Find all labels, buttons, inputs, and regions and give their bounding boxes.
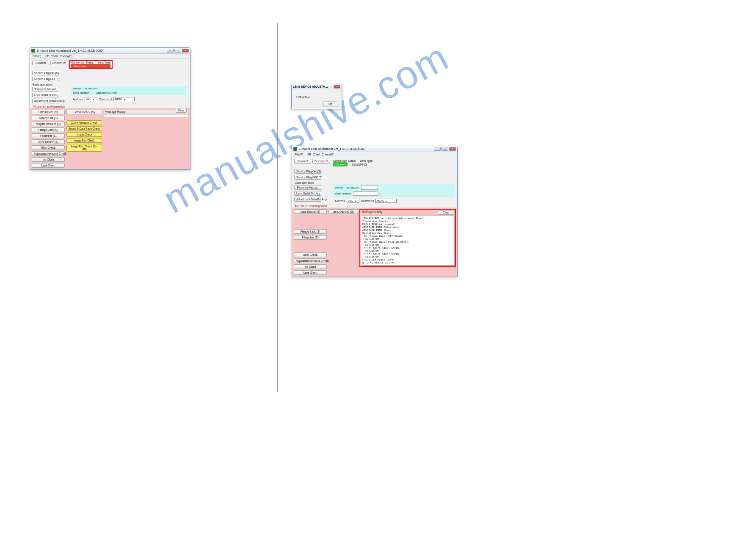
app-window-1: E-mount Lens Adjustment Ver_1.4.0.1 [ILC… (30, 47, 190, 170)
lens-type-value: SEL85F14G (352, 163, 367, 166)
address-label: Address (73, 98, 83, 101)
menubar: File(F) FB_Chart_Check(G) (30, 54, 190, 59)
titlebar: E-mount Lens Adjustment Ver_1.4.0.1 [ILC… (30, 48, 190, 54)
service-flag-off-button[interactable]: Service Flag OFF (S) (32, 77, 59, 81)
message-history-label: Message History (361, 210, 438, 214)
version-label: Version (335, 186, 343, 189)
f-number-button[interactable]: F Number (S) (294, 235, 327, 240)
lens-type-label: Lens Type (360, 159, 372, 162)
clear-button[interactable]: Clear (438, 210, 455, 215)
menu-file[interactable]: File(F) (33, 55, 41, 58)
dialog-body-text: FINISHED (296, 95, 310, 98)
app-window-2: E-mount Lens Adjustment Ver_1.4.0.1 [ILC… (292, 146, 458, 277)
clear-button[interactable]: Clear (176, 108, 187, 113)
ok-button[interactable]: OK (323, 102, 338, 106)
menu-chart[interactable]: FB_Chart_Check(G) (307, 153, 334, 156)
conn-status-label: Connection Status (71, 61, 94, 64)
connect-button[interactable]: Connect (294, 159, 311, 164)
adjustment-backup-button[interactable]: Adjustment Data Backup (32, 99, 59, 103)
app-icon (293, 147, 297, 151)
lens-device-button[interactable]: Lens Device (S) (294, 209, 327, 214)
version-label: Version (73, 87, 81, 90)
service-flag-on-button[interactable]: Service Flag ON (S) (294, 169, 321, 174)
menu-chart[interactable]: FB_Chart_Check(G) (45, 55, 72, 58)
lens-device-button[interactable]: Lens Device (S) (32, 110, 65, 114)
zeiss-number-label: Carl Zeiss Number (96, 91, 117, 94)
lens-type-label: Lens Type (98, 61, 110, 64)
service-flag-on-button[interactable]: Service Flag ON (S) (32, 71, 59, 75)
service-flag-off-button[interactable]: Service Flag OFF (S) (294, 175, 321, 180)
f-number-button[interactable]: F Number (S) (32, 133, 65, 138)
titlebar: E-mount Lens Adjustment Ver_1.4.0.1 [ILC… (292, 146, 457, 152)
iris-close-button[interactable]: Iris Close (32, 157, 65, 162)
command-label: Command (361, 200, 374, 202)
close-button[interactable]: × (449, 147, 456, 151)
magnet-resistor-button[interactable]: Magnet Resistor (S) (32, 122, 65, 126)
lens-sleep-button[interactable]: Lens Sleep (294, 270, 327, 275)
minimize-button[interactable]: – (434, 147, 441, 151)
serial-field (353, 191, 378, 196)
flange-back-button[interactable]: Flange Back (S) (294, 229, 327, 234)
image-blur-check-zm-button[interactable]: Image Blur Check (Zm MR) (66, 144, 102, 152)
maximize-button[interactable]: □ (174, 49, 181, 53)
dialog-close-button[interactable]: × (334, 85, 340, 89)
adj-exec-check-button[interactable]: Adjustment execute Check (32, 151, 65, 156)
close-button[interactable]: × (182, 49, 189, 53)
build-date-label: Build Date (347, 186, 359, 189)
message-history-box (104, 115, 188, 117)
firmware-version-button[interactable]: Firmware Version (294, 185, 321, 190)
serial-number-label: Serial Number (73, 91, 89, 94)
address-label: Address (335, 200, 345, 202)
page-divider (277, 23, 278, 392)
conn-status-label: Connection Status (333, 159, 356, 162)
zoom-function-check-button[interactable]: Zoom Function Check (66, 120, 102, 125)
adj-insp-label: Adjustment and Inspection (30, 104, 190, 108)
build-date-label: Build Date (85, 87, 97, 90)
lens-sleep-button[interactable]: Lens Sleep (32, 163, 65, 168)
maximize-button[interactable]: □ (441, 147, 448, 151)
image-check-button[interactable]: Image Check (66, 132, 102, 137)
serial-number-label: Serial Number (335, 192, 351, 195)
command-select[interactable]: READ (113, 97, 135, 101)
dialog-title: LENS DEVICE ADJUSTM… (293, 85, 332, 88)
window-title: E-mount Lens Adjustment Ver_1.4.0.1 [ILC… (37, 49, 165, 52)
finish-dialog: LENS DEVICE ADJUSTM… × FINISHED OK (291, 84, 342, 109)
iris-close-button[interactable]: Iris Close (294, 264, 327, 269)
address-select[interactable]: ALL (85, 97, 97, 101)
lens-serial-display-button[interactable]: Lens Serial Display (32, 93, 59, 97)
disconnect-button[interactable]: Disconnect (312, 159, 330, 164)
version-field (361, 186, 378, 190)
lens-device2-button[interactable]: Lens Device2 (S) (66, 110, 102, 114)
command-select[interactable]: READ (375, 199, 397, 203)
adjustment-backup-button[interactable]: Adjustment Data Backup (294, 197, 321, 202)
gyro-sensor-button[interactable]: Gyro Sensor (S) (32, 139, 65, 144)
rom-check-button[interactable]: Rom Check (32, 145, 65, 150)
sound-data-save-check-button[interactable]: Sound & Data Save Check (66, 126, 102, 131)
steady-hall-button[interactable]: Steady Hall (S) (32, 116, 65, 120)
adj-exec-check-button[interactable]: Adjustment execute Check (294, 258, 327, 263)
minimize-button[interactable]: – (167, 49, 174, 53)
app-icon (31, 49, 35, 53)
adj-insp-label: Adjustment and Inspection (292, 204, 457, 208)
disconnect-button[interactable]: Disconnect (50, 61, 68, 65)
conn-status-value: Disconnect (71, 64, 110, 68)
message-history-box: [SEL85F14G] Lens Device Adjustment Start… (361, 216, 455, 266)
address-select[interactable]: ALL (347, 199, 359, 203)
window-title: E-mount Lens Adjustment Ver_1.4.0.1 [ILC… (299, 147, 432, 150)
firmware-version-button[interactable]: Firmware Version (32, 87, 59, 91)
rom-check-button[interactable]: Rom Check (294, 252, 327, 257)
connect-button[interactable]: Connect (32, 61, 49, 65)
basic-op-label: Basic operation (30, 82, 190, 86)
lens-serial-display-button[interactable]: Lens Serial Display (294, 191, 321, 196)
basic-op-label: Basic operation (292, 180, 457, 184)
conn-status-value: Connect (333, 162, 348, 166)
command-label: Command (99, 98, 112, 101)
lens-device2-button[interactable]: Lens Device2 (S) (328, 209, 358, 214)
flange-back-button[interactable]: Flange Back (S) (32, 128, 65, 132)
menubar: File(F) FB_Chart_Check(G) (292, 152, 457, 157)
image-blur-check-button[interactable]: Image Blur Check (66, 138, 102, 143)
menu-file[interactable]: File(F) (295, 153, 303, 156)
